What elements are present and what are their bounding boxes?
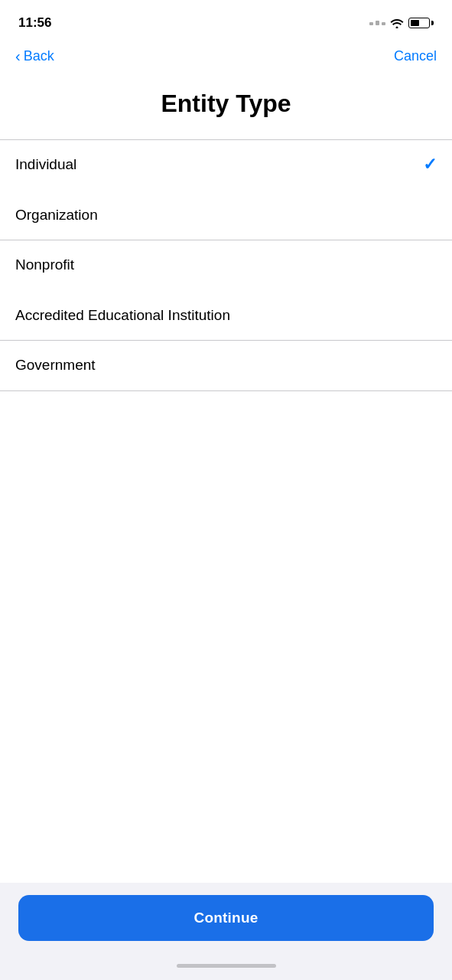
- bottom-bar: Continue: [0, 883, 452, 956]
- status-bar: 11:56: [0, 0, 452, 41]
- list-item-government[interactable]: Government: [0, 341, 452, 390]
- status-time: 11:56: [18, 15, 51, 31]
- signal-icon: [369, 21, 385, 25]
- list-item-label-individual: Individual: [15, 156, 76, 173]
- continue-button[interactable]: Continue: [18, 895, 434, 941]
- list-item-label-organization: Organization: [15, 207, 98, 224]
- list-item-label-accredited: Accredited Educational Institution: [15, 307, 230, 324]
- nav-bar: ‹ Back Cancel: [0, 41, 452, 74]
- list-item-label-nonprofit: Nonprofit: [15, 256, 74, 273]
- home-bar: [177, 964, 276, 968]
- entity-type-list: Individual ✓ Organization Nonprofit Accr…: [0, 139, 452, 390]
- battery-icon: [408, 18, 434, 28]
- page-title: Entity Type: [0, 74, 452, 139]
- status-icons: [369, 18, 434, 28]
- wifi-icon: [390, 18, 404, 28]
- list-item-organization[interactable]: Organization: [0, 190, 452, 240]
- cancel-button[interactable]: Cancel: [394, 48, 437, 64]
- back-label: Back: [24, 48, 54, 64]
- home-indicator-area: [0, 956, 452, 980]
- list-item-label-government: Government: [15, 357, 96, 374]
- list-item-individual[interactable]: Individual ✓: [0, 140, 452, 190]
- back-button[interactable]: ‹ Back: [15, 47, 54, 65]
- list-item-accredited[interactable]: Accredited Educational Institution: [0, 290, 452, 340]
- list-item-nonprofit[interactable]: Nonprofit: [0, 240, 452, 290]
- checkmark-individual: ✓: [423, 155, 437, 175]
- chevron-left-icon: ‹: [15, 47, 21, 65]
